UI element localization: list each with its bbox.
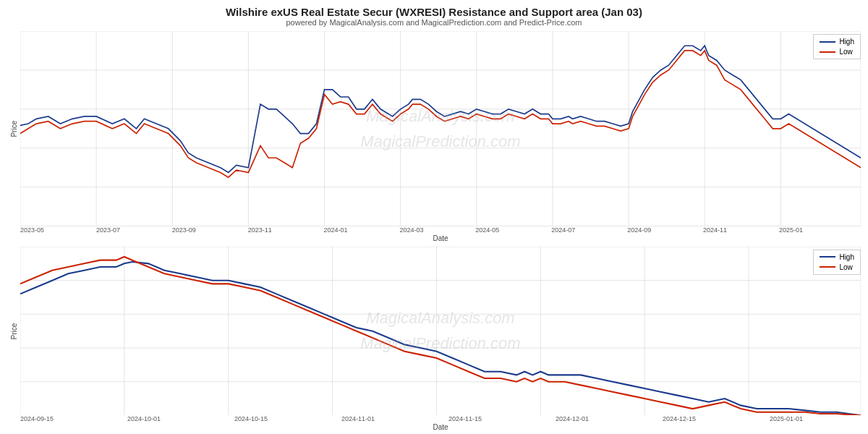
chart2-svg: 3000 2900 2800 2700 2600 2500 (20, 247, 861, 415)
chart1-wrapper: Price MagicalAnalysis.comMagicalPredicti… (7, 31, 861, 242)
chart2-high-line (20, 262, 861, 415)
chart2-x-ticks: 2024-09-15 2024-10-01 2024-10-15 2024-11… (7, 415, 861, 422)
chart1-low-color (820, 51, 835, 53)
chart2-legend: High Low (813, 250, 861, 275)
chart1-inner: MagicalAnalysis.comMagicalPrediction.com (20, 31, 861, 226)
chart1-low-label: Low (839, 48, 852, 56)
chart2-low-label: Low (839, 263, 852, 271)
chart1-x-ticks: 2023-05 2023-07 2023-09 2023-11 2024-01 … (7, 226, 861, 234)
chart2-area: Price MagicalAnalysis.comMagicalPredicti… (7, 247, 861, 415)
chart2-high-color (820, 256, 835, 258)
chart1-legend-high: High (820, 38, 854, 46)
chart1-legend-low: Low (820, 48, 854, 56)
chart2-low-color (820, 266, 835, 268)
chart2-legend-low: Low (820, 263, 854, 271)
chart1-svg: 3000 2800 2600 2400 2200 (20, 31, 861, 226)
charts-container: Price MagicalAnalysis.comMagicalPredicti… (0, 28, 868, 434)
sub-title: powered by MagicalAnalysis.com and Magic… (0, 18, 868, 27)
page-container: Wilshire exUS Real Estate Secur (WXRESI)… (0, 0, 868, 434)
chart1-x-label: Date (7, 234, 861, 242)
chart1-y-label: Price (7, 31, 20, 226)
header: Wilshire exUS Real Estate Secur (WXRESI)… (0, 0, 868, 28)
chart2-high-label: High (839, 253, 854, 261)
main-title: Wilshire exUS Real Estate Secur (WXRESI)… (0, 6, 868, 18)
chart1-area: Price MagicalAnalysis.comMagicalPredicti… (7, 31, 861, 226)
chart1-high-label: High (839, 38, 854, 46)
chart1-high-color (820, 41, 835, 43)
chart2-y-label: Price (7, 247, 20, 415)
chart2-legend-high: High (820, 253, 854, 261)
chart2-x-label: Date (7, 422, 861, 431)
chart2-wrapper: Price MagicalAnalysis.comMagicalPredicti… (7, 247, 861, 431)
chart1-legend: High Low (813, 34, 861, 59)
chart2-inner: MagicalAnalysis.comMagicalPrediction.com (20, 247, 861, 415)
